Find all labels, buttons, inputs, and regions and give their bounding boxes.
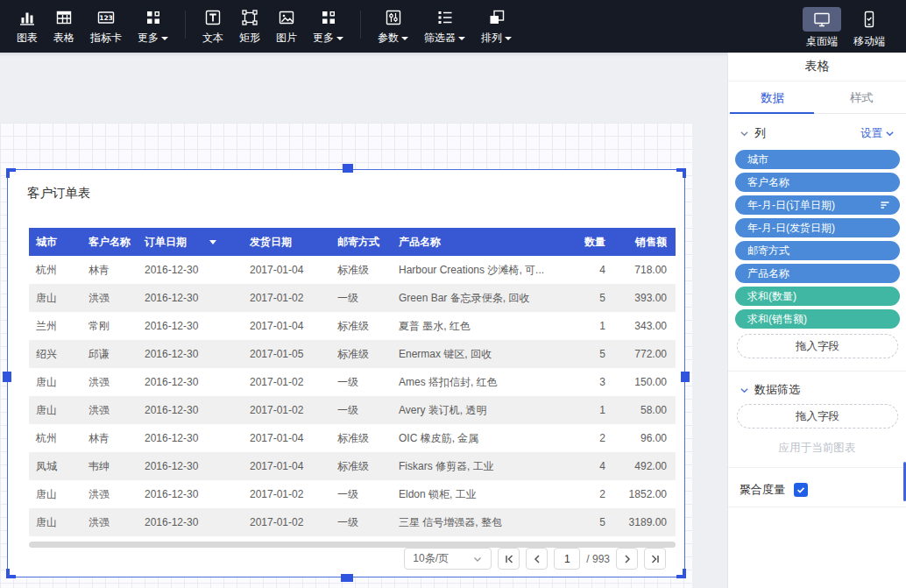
table-header-cell[interactable]: 客户名称 — [81, 235, 138, 250]
table-cell: 1852.00 — [614, 488, 676, 500]
arrange-tool-button[interactable]: 排列 — [473, 7, 520, 46]
field-pill-label: 邮寄方式 — [747, 244, 789, 259]
filter-tool-label: 筛选器 — [424, 31, 465, 46]
filter-tool-button[interactable]: 筛选器 — [416, 7, 473, 46]
image-tool-button[interactable]: 图片 — [268, 7, 305, 46]
table-cell: 一级 — [330, 291, 392, 306]
more-charts-button[interactable]: 更多 — [130, 7, 176, 46]
page-number-input[interactable] — [554, 548, 580, 570]
rectangle-icon — [239, 7, 260, 28]
table-header-cell[interactable]: 销售额 — [614, 235, 676, 250]
table-header-cell[interactable]: 城市 — [29, 235, 81, 250]
bar-chart-icon — [17, 7, 38, 28]
mobile-mode-button[interactable]: 移动端 — [850, 7, 888, 49]
table-cell: 1 — [579, 320, 614, 332]
filter-section-header[interactable]: 数据筛选 — [728, 379, 906, 400]
field-pill-dimension[interactable]: 城市 — [735, 150, 900, 169]
field-pill-dimension[interactable]: 产品名称 — [735, 264, 900, 283]
selection-edge-handle-left[interactable] — [3, 372, 11, 382]
table-widget[interactable]: 客户订单表 城市客户名称订单日期发货日期邮寄方式产品名称数量销售额 杭州林青20… — [7, 169, 685, 577]
selection-corner-handle[interactable] — [6, 168, 16, 178]
table-cell: OIC 橡皮筋, 金属 — [392, 431, 579, 446]
svg-text:123: 123 — [99, 14, 113, 22]
sort-desc-icon[interactable] — [209, 240, 216, 244]
selection-corner-handle[interactable] — [676, 168, 686, 178]
selection-edge-handle-top[interactable] — [343, 164, 353, 173]
text-tool-button[interactable]: 文本 — [195, 7, 231, 46]
table-header-cell[interactable]: 产品名称 — [392, 235, 579, 250]
selection-corner-handle[interactable] — [676, 569, 686, 578]
table-cell: 凤城 — [29, 459, 81, 474]
field-pill-dimension[interactable]: 年-月-日(订单日期) — [735, 195, 900, 215]
next-page-button[interactable] — [616, 548, 638, 570]
image-icon — [276, 7, 297, 28]
table-cell: 2 — [579, 488, 614, 500]
table-tool-label: 表格 — [53, 31, 74, 46]
table-cell: 兰州 — [29, 319, 81, 334]
table-header-cell[interactable]: 数量 — [579, 235, 614, 250]
toolbar-separator — [360, 11, 361, 39]
tab-style[interactable]: 样式 — [818, 82, 906, 113]
table-cell: 2016-12-30 — [138, 292, 243, 304]
table-cell: Eldon 锁柜, 工业 — [392, 487, 579, 502]
columns-section-header[interactable]: 列 设置 — [728, 123, 906, 144]
table-cell: 2017-01-02 — [243, 376, 330, 388]
table-cell: 2016-12-30 — [138, 404, 243, 416]
settings-label: 设置 — [860, 126, 882, 141]
dashboard-canvas[interactable]: 客户订单表 城市客户名称订单日期发货日期邮寄方式产品名称数量销售额 杭州林青20… — [0, 53, 727, 588]
field-pill-dimension[interactable]: 客户名称 — [735, 173, 900, 192]
settings-button[interactable]: 设置 — [860, 126, 895, 141]
chevron-down-icon — [472, 554, 483, 564]
text-tool-label: 文本 — [202, 31, 223, 46]
selection-edge-handle-right[interactable] — [681, 372, 690, 382]
more-elements-button[interactable]: 更多 — [305, 7, 351, 46]
selection-edge-handle-bottom[interactable] — [341, 574, 353, 582]
table-cell: 标准级 — [330, 459, 392, 474]
table-tool-button[interactable]: 表格 — [46, 7, 82, 46]
kpi-card-tool-button[interactable]: 123 指标卡 — [82, 7, 130, 46]
horizontal-scrollbar[interactable] — [29, 542, 676, 548]
image-tool-label: 图片 — [276, 31, 297, 46]
toolbar-separator — [185, 11, 186, 39]
table-header-cell[interactable]: 发货日期 — [243, 235, 330, 250]
field-pill-measure[interactable]: 求和(销售额) — [735, 309, 900, 329]
last-page-button[interactable] — [644, 548, 666, 570]
table-cell: 2017-01-04 — [243, 320, 330, 332]
field-pill-dimension[interactable]: 年-月-日(发货日期) — [735, 218, 900, 237]
aggregate-measure-checkbox[interactable] — [794, 483, 808, 497]
table-header-cell[interactable]: 订单日期 — [138, 235, 243, 250]
rectangle-tool-button[interactable]: 矩形 — [231, 7, 268, 46]
desktop-mode-button[interactable]: 桌面端 — [803, 7, 841, 49]
table-cell: 393.00 — [614, 292, 676, 304]
table-header-cell[interactable]: 邮寄方式 — [330, 235, 392, 250]
field-pill-label: 年-月-日(订单日期) — [747, 198, 835, 213]
table-cell: 2016-12-30 — [138, 460, 243, 472]
table-row: 兰州常刚2016-12-302017-01-04标准级夏普 墨水, 红色1343… — [29, 312, 676, 340]
chart-tool-button[interactable]: 图表 — [9, 7, 46, 46]
page-size-select[interactable]: 10条/页 — [404, 548, 492, 570]
first-page-button[interactable] — [498, 548, 520, 570]
table-row: 唐山洪强2016-12-302017-01-02一级Green Bar 备忘录便… — [29, 284, 676, 312]
filter-drop-zone[interactable]: 拖入字段 — [737, 404, 898, 429]
tab-data[interactable]: 数据 — [728, 82, 818, 113]
table-cell: 标准级 — [330, 347, 392, 362]
table-cell: 标准级 — [330, 319, 392, 334]
parameter-tool-button[interactable]: 参数 — [370, 7, 416, 46]
field-pill-label: 客户名称 — [747, 175, 789, 190]
columns-drop-zone[interactable]: 拖入字段 — [737, 334, 898, 358]
field-pill-measure[interactable]: 求和(数量) — [735, 287, 900, 306]
field-pill-list: 城市客户名称年-月-日(订单日期)年-月-日(发货日期)邮寄方式产品名称求和(数… — [735, 150, 900, 332]
selection-corner-handle[interactable] — [6, 569, 16, 578]
table-cell: 2016-12-30 — [138, 376, 243, 388]
chevron-right-icon — [621, 553, 633, 565]
table-cell: 林青 — [81, 263, 138, 278]
field-pill-label: 求和(数量) — [747, 289, 796, 304]
prev-page-button[interactable] — [526, 548, 548, 570]
chevron-down-icon — [740, 129, 749, 138]
table-cell: 58.00 — [614, 404, 676, 416]
sort-desc-icon[interactable] — [879, 199, 891, 211]
field-pill-dimension[interactable]: 邮寄方式 — [735, 241, 900, 260]
mobile-mode-label: 移动端 — [853, 34, 885, 49]
table-cell: 718.00 — [614, 264, 676, 276]
table-cell: Harbour Creations 沙滩椅, 可... — [392, 263, 579, 278]
